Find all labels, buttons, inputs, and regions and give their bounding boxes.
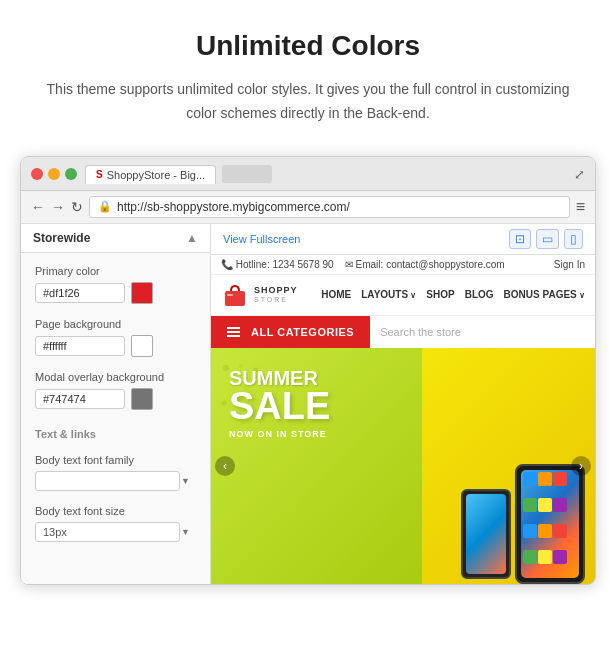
- content-split: Storewide ▲ Primary color Page backgroun…: [21, 224, 595, 584]
- phone-icon: 📞: [221, 259, 233, 270]
- tab-favicon: S: [96, 169, 103, 180]
- font-family-select[interactable]: [35, 471, 180, 491]
- address-bar-row: ← → ↻ 🔒 http://sb-shoppystore.mybigcomme…: [21, 191, 595, 224]
- hero-nav-left[interactable]: ‹: [215, 456, 235, 476]
- app-icon-3: [553, 472, 567, 486]
- top-section: Unlimited Colors This theme supports unl…: [0, 0, 616, 146]
- app-icon-11: [538, 550, 552, 564]
- address-icon: 🔒: [98, 200, 112, 213]
- tab-label: ShoppyStore - Big...: [107, 169, 205, 181]
- sign-in-link[interactable]: Sign In: [554, 259, 585, 270]
- store-preview: View Fullscreen ⊡ ▭ ▯ 📞 Hotline: 1234 56…: [211, 224, 595, 584]
- font-size-field: Body text font size 13px ▼: [35, 505, 196, 542]
- hero-banner: SUMMER SALE NOW ON IN STORE: [211, 348, 595, 584]
- customizer-collapse-icon[interactable]: ▲: [186, 231, 198, 245]
- nav-blog[interactable]: BLOG: [465, 289, 494, 300]
- hero-phone: [461, 353, 585, 584]
- logo-text: SHOPPY STORE: [254, 286, 298, 304]
- traffic-light-yellow[interactable]: [48, 168, 60, 180]
- traffic-light-green[interactable]: [65, 168, 77, 180]
- primary-color-input[interactable]: [35, 283, 125, 303]
- phone-small: [461, 489, 511, 579]
- nav-bonus-pages[interactable]: BONUS PAGES: [504, 289, 585, 300]
- font-size-arrow-icon: ▼: [181, 527, 190, 537]
- all-categories-label: ALL CATEGORIES: [251, 326, 354, 338]
- browser-mockup: S ShoppyStore - Big... ⤢ ← → ↻ 🔒 http://…: [20, 156, 596, 585]
- mobile-icon[interactable]: ▯: [564, 229, 583, 249]
- customizer-body: Primary color Page background: [21, 253, 210, 554]
- hero-sale-text: SALE: [229, 388, 330, 424]
- page-background-swatch[interactable]: [131, 335, 153, 357]
- app-icon-9: [553, 524, 567, 538]
- browser-chrome: S ShoppyStore - Big... ⤢: [21, 157, 595, 191]
- modal-overlay-input-row: [35, 388, 196, 410]
- primary-color-swatch[interactable]: [131, 282, 153, 304]
- logo-shopy: SHOPPY: [254, 286, 298, 296]
- menu-icon[interactable]: ≡: [576, 198, 585, 216]
- app-icon-4: [523, 498, 537, 512]
- nav-home[interactable]: HOME: [321, 289, 351, 300]
- email-label: Email:: [356, 259, 384, 270]
- customizer-header: Storewide ▲: [21, 224, 210, 253]
- description: This theme supports unlimited color styl…: [40, 78, 576, 126]
- browser-tab[interactable]: S ShoppyStore - Big...: [85, 165, 216, 184]
- phone-main: [515, 464, 585, 584]
- hotline-label: Hotline:: [236, 259, 270, 270]
- page-background-input-row: [35, 335, 196, 357]
- hero-nav-right[interactable]: ›: [571, 456, 591, 476]
- refresh-button[interactable]: ↻: [71, 199, 83, 215]
- font-family-label: Body text font family: [35, 454, 196, 466]
- view-fullscreen-bar: View Fullscreen ⊡ ▭ ▯: [211, 224, 595, 255]
- font-size-label: Body text font size: [35, 505, 196, 517]
- modal-overlay-field: Modal overlay background: [35, 371, 196, 410]
- search-placeholder: Search the store: [380, 326, 461, 338]
- app-icon-8: [538, 524, 552, 538]
- font-size-select-wrap: 13px ▼: [35, 522, 196, 542]
- tablet-icon[interactable]: ⊡: [509, 229, 531, 249]
- phone-small-screen: [466, 494, 506, 574]
- hero-text: SUMMER SALE NOW ON IN STORE: [229, 368, 330, 439]
- app-icon-10: [523, 550, 537, 564]
- app-icon-7: [523, 524, 537, 538]
- primary-color-label: Primary color: [35, 265, 196, 277]
- traffic-light-red[interactable]: [31, 168, 43, 180]
- expand-icon[interactable]: ⤢: [574, 167, 585, 182]
- text-links-label: Text & links: [35, 428, 196, 440]
- address-bar[interactable]: 🔒 http://sb-shoppystore.mybigcommerce.co…: [89, 196, 570, 218]
- modal-overlay-input[interactable]: [35, 389, 125, 409]
- nav-shop[interactable]: SHOP: [426, 289, 454, 300]
- page-background-input[interactable]: [35, 336, 125, 356]
- tab-placeholder: [222, 165, 272, 183]
- hotline-number: 1234 5678 90: [272, 259, 333, 270]
- forward-button[interactable]: →: [51, 199, 65, 215]
- back-button[interactable]: ←: [31, 199, 45, 215]
- hotline-info: 📞 Hotline: 1234 5678 90 ✉ Email: contact…: [221, 259, 505, 270]
- app-icon-12: [553, 550, 567, 564]
- logo-bag-icon: [221, 281, 249, 309]
- email-icon: ✉: [345, 259, 353, 270]
- desktop-icon[interactable]: ▭: [536, 229, 559, 249]
- primary-color-field: Primary color: [35, 265, 196, 304]
- modal-overlay-swatch[interactable]: [131, 388, 153, 410]
- store-topbar: 📞 Hotline: 1234 5678 90 ✉ Email: contact…: [211, 255, 595, 275]
- font-family-select-wrap: ▼: [35, 471, 196, 491]
- app-icon-5: [538, 498, 552, 512]
- category-bar: ALL CATEGORIES Search the store: [211, 316, 595, 348]
- all-categories-button[interactable]: ALL CATEGORIES: [211, 316, 370, 348]
- svg-rect-1: [227, 294, 233, 296]
- main-title: Unlimited Colors: [40, 30, 576, 62]
- svg-point-8: [222, 400, 227, 405]
- phone-screen: [521, 470, 579, 578]
- font-family-arrow-icon: ▼: [181, 476, 190, 486]
- primary-color-input-row: [35, 282, 196, 304]
- customizer-panel: Storewide ▲ Primary color Page backgroun…: [21, 224, 211, 584]
- tab-area: S ShoppyStore - Big...: [85, 165, 566, 184]
- hamburger-icon: [227, 327, 240, 337]
- store-search-bar[interactable]: Search the store: [370, 316, 595, 348]
- device-icons: ⊡ ▭ ▯: [509, 229, 583, 249]
- nav-layouts[interactable]: LAYOUTS: [361, 289, 416, 300]
- font-size-select[interactable]: 13px: [35, 522, 180, 542]
- address-text: http://sb-shoppystore.mybigcommerce.com/: [117, 200, 350, 214]
- svg-rect-0: [225, 291, 245, 306]
- view-fullscreen-link[interactable]: View Fullscreen: [223, 233, 300, 245]
